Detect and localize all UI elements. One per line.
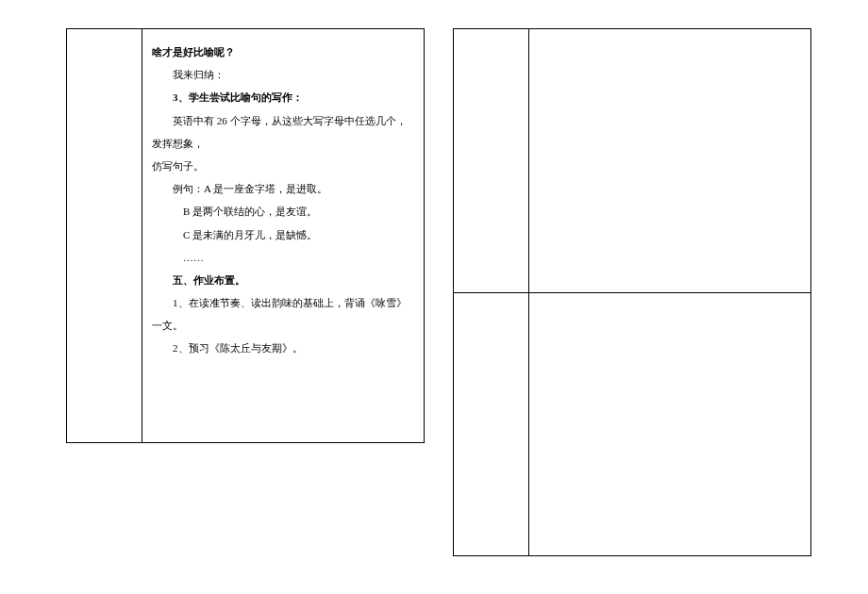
text-line: 英语中有 26 个字母，从这些大写字母中任选几个，发挥想象， [152,109,414,155]
example-line: B 是两个联结的心，是友谊。 [152,200,414,223]
homework-item: 2、预习《陈太丘与友期》。 [152,337,414,359]
question-heading: 啥才是好比喻呢？ [152,41,414,63]
text-line: 仿写句子。 [152,155,414,177]
homework-item: 1、在读准节奏、读出韵味的基础上，背诵《咏雪》一文。 [152,291,414,337]
left-page-table: 啥才是好比喻呢？ 我来归纳： 3、学生尝试比喻句的写作： 英语中有 26 个字母… [66,28,425,443]
left-margin-column [67,29,142,442]
content-column: 啥才是好比喻呢？ 我来归纳： 3、学生尝试比喻句的写作： 英语中有 26 个字母… [142,29,424,442]
section-heading: 3、学生尝试比喻句的写作： [152,86,414,108]
right-top-row [454,29,810,293]
empty-cell [454,29,529,292]
document-spread: 啥才是好比喻呢？ 我来归纳： 3、学生尝试比喻句的写作： 英语中有 26 个字母… [0,0,868,585]
empty-cell [529,29,810,292]
ellipsis-line: …… [152,246,414,269]
empty-cell [454,293,529,556]
example-line: C 是未满的月牙儿，是缺憾。 [152,223,414,246]
example-line: 例句：A 是一座金字塔，是进取。 [152,177,414,200]
empty-cell [529,293,810,556]
text-line: 我来归纳： [152,63,414,86]
section-heading: 五、作业布置。 [152,269,414,291]
right-page-table [453,28,811,556]
right-bottom-row [454,293,810,556]
